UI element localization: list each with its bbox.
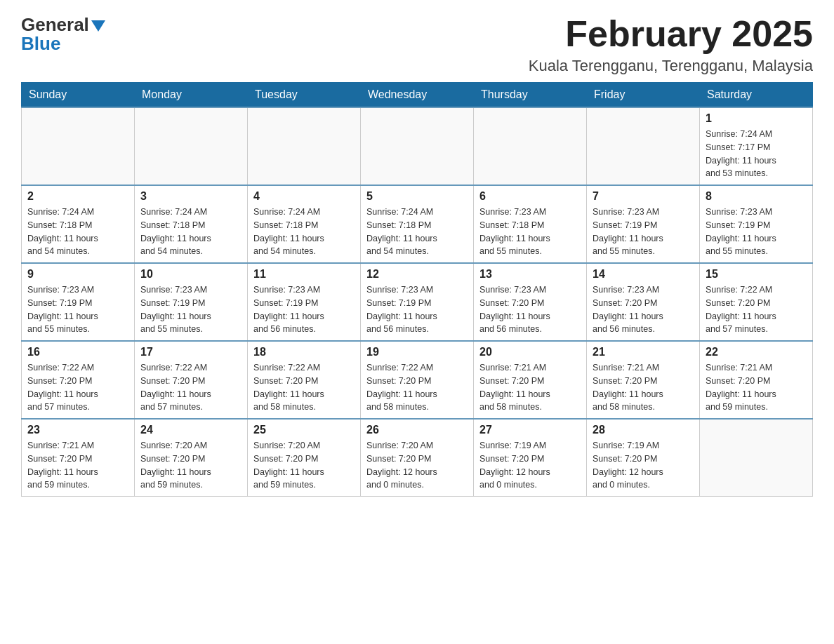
calendar-cell <box>248 107 361 185</box>
day-info: Sunrise: 7:24 AMSunset: 7:18 PMDaylight:… <box>27 206 128 258</box>
calendar-cell: 19Sunrise: 7:22 AMSunset: 7:20 PMDayligh… <box>361 341 474 419</box>
calendar-cell: 3Sunrise: 7:24 AMSunset: 7:18 PMDaylight… <box>135 185 248 263</box>
day-number: 14 <box>593 268 694 281</box>
day-info: Sunrise: 7:21 AMSunset: 7:20 PMDaylight:… <box>27 439 128 492</box>
day-number: 18 <box>253 346 355 358</box>
calendar-cell: 6Sunrise: 7:23 AMSunset: 7:18 PMDaylight… <box>474 185 587 263</box>
day-info: Sunrise: 7:21 AMSunset: 7:20 PMDaylight:… <box>706 361 807 414</box>
calendar-cell: 26Sunrise: 7:20 AMSunset: 7:20 PMDayligh… <box>361 419 474 497</box>
weekday-header-wednesday: Wednesday <box>361 83 474 108</box>
calendar-cell <box>22 107 135 185</box>
calendar-week-1: 1Sunrise: 7:24 AMSunset: 7:17 PMDaylight… <box>22 107 813 185</box>
day-info: Sunrise: 7:23 AMSunset: 7:20 PMDaylight:… <box>593 283 694 336</box>
day-number: 16 <box>27 346 128 358</box>
day-number: 8 <box>706 190 807 203</box>
day-number: 27 <box>479 424 581 436</box>
day-number: 23 <box>27 424 128 436</box>
logo-blue-text: Blue <box>21 33 60 55</box>
day-number: 2 <box>27 190 128 203</box>
day-info: Sunrise: 7:23 AMSunset: 7:19 PMDaylight:… <box>706 206 807 258</box>
day-info: Sunrise: 7:20 AMSunset: 7:20 PMDaylight:… <box>140 439 241 492</box>
calendar-cell: 15Sunrise: 7:22 AMSunset: 7:20 PMDayligh… <box>700 263 813 341</box>
day-info: Sunrise: 7:22 AMSunset: 7:20 PMDaylight:… <box>140 361 241 414</box>
day-info: Sunrise: 7:23 AMSunset: 7:19 PMDaylight:… <box>253 283 355 336</box>
calendar-cell: 11Sunrise: 7:23 AMSunset: 7:19 PMDayligh… <box>248 263 361 341</box>
calendar-week-2: 2Sunrise: 7:24 AMSunset: 7:18 PMDaylight… <box>22 185 813 263</box>
day-number: 7 <box>593 190 694 203</box>
day-number: 22 <box>706 346 807 358</box>
calendar-week-4: 16Sunrise: 7:22 AMSunset: 7:20 PMDayligh… <box>22 341 813 419</box>
calendar-week-5: 23Sunrise: 7:21 AMSunset: 7:20 PMDayligh… <box>22 419 813 497</box>
day-number: 12 <box>366 268 468 281</box>
day-number: 9 <box>27 268 128 281</box>
calendar-cell: 2Sunrise: 7:24 AMSunset: 7:18 PMDaylight… <box>22 185 135 263</box>
weekday-header-friday: Friday <box>587 83 700 108</box>
day-info: Sunrise: 7:22 AMSunset: 7:20 PMDaylight:… <box>366 361 468 414</box>
calendar-cell <box>700 419 813 497</box>
day-info: Sunrise: 7:23 AMSunset: 7:19 PMDaylight:… <box>366 283 468 336</box>
day-number: 20 <box>479 346 581 358</box>
calendar-cell: 21Sunrise: 7:21 AMSunset: 7:20 PMDayligh… <box>587 341 700 419</box>
day-number: 25 <box>253 424 355 436</box>
day-number: 24 <box>140 424 241 436</box>
day-number: 1 <box>706 112 807 125</box>
calendar-table: SundayMondayTuesdayWednesdayThursdayFrid… <box>21 82 813 497</box>
weekday-header-saturday: Saturday <box>700 83 813 108</box>
calendar-cell <box>361 107 474 185</box>
calendar-cell: 18Sunrise: 7:22 AMSunset: 7:20 PMDayligh… <box>248 341 361 419</box>
day-info: Sunrise: 7:23 AMSunset: 7:19 PMDaylight:… <box>593 206 694 258</box>
day-info: Sunrise: 7:24 AMSunset: 7:17 PMDaylight:… <box>706 128 807 180</box>
calendar-cell <box>474 107 587 185</box>
month-title: February 2025 <box>529 14 813 54</box>
day-number: 26 <box>366 424 468 436</box>
calendar-cell: 8Sunrise: 7:23 AMSunset: 7:19 PMDaylight… <box>700 185 813 263</box>
day-info: Sunrise: 7:20 AMSunset: 7:20 PMDaylight:… <box>366 439 468 492</box>
day-info: Sunrise: 7:24 AMSunset: 7:18 PMDaylight:… <box>253 206 355 258</box>
day-info: Sunrise: 7:19 AMSunset: 7:20 PMDaylight:… <box>593 439 694 492</box>
day-info: Sunrise: 7:21 AMSunset: 7:20 PMDaylight:… <box>593 361 694 414</box>
calendar-cell <box>135 107 248 185</box>
page-header: General Blue February 2025 Kuala Terengg… <box>21 14 813 75</box>
calendar-cell: 20Sunrise: 7:21 AMSunset: 7:20 PMDayligh… <box>474 341 587 419</box>
day-info: Sunrise: 7:22 AMSunset: 7:20 PMDaylight:… <box>706 283 807 336</box>
day-number: 15 <box>706 268 807 281</box>
day-number: 5 <box>366 190 468 203</box>
logo: General Blue <box>21 14 105 55</box>
weekday-header-tuesday: Tuesday <box>248 83 361 108</box>
day-number: 3 <box>140 190 241 203</box>
calendar-cell: 23Sunrise: 7:21 AMSunset: 7:20 PMDayligh… <box>22 419 135 497</box>
day-info: Sunrise: 7:23 AMSunset: 7:19 PMDaylight:… <box>140 283 241 336</box>
day-info: Sunrise: 7:23 AMSunset: 7:19 PMDaylight:… <box>27 283 128 336</box>
day-number: 28 <box>593 424 694 436</box>
day-number: 11 <box>253 268 355 281</box>
weekday-header-sunday: Sunday <box>22 83 135 108</box>
calendar-cell: 28Sunrise: 7:19 AMSunset: 7:20 PMDayligh… <box>587 419 700 497</box>
day-number: 10 <box>140 268 241 281</box>
calendar-cell: 12Sunrise: 7:23 AMSunset: 7:19 PMDayligh… <box>361 263 474 341</box>
day-number: 13 <box>479 268 581 281</box>
title-block: February 2025 Kuala Terengganu, Terengga… <box>529 14 813 75</box>
day-info: Sunrise: 7:22 AMSunset: 7:20 PMDaylight:… <box>27 361 128 414</box>
weekday-header-monday: Monday <box>135 83 248 108</box>
calendar-cell <box>587 107 700 185</box>
calendar-cell: 1Sunrise: 7:24 AMSunset: 7:17 PMDaylight… <box>700 107 813 185</box>
calendar-cell: 24Sunrise: 7:20 AMSunset: 7:20 PMDayligh… <box>135 419 248 497</box>
calendar-cell: 17Sunrise: 7:22 AMSunset: 7:20 PMDayligh… <box>135 341 248 419</box>
day-info: Sunrise: 7:24 AMSunset: 7:18 PMDaylight:… <box>140 206 241 258</box>
calendar-cell: 4Sunrise: 7:24 AMSunset: 7:18 PMDaylight… <box>248 185 361 263</box>
day-info: Sunrise: 7:22 AMSunset: 7:20 PMDaylight:… <box>253 361 355 414</box>
day-info: Sunrise: 7:23 AMSunset: 7:18 PMDaylight:… <box>479 206 581 258</box>
calendar-cell: 27Sunrise: 7:19 AMSunset: 7:20 PMDayligh… <box>474 419 587 497</box>
calendar-cell: 5Sunrise: 7:24 AMSunset: 7:18 PMDaylight… <box>361 185 474 263</box>
logo-arrow-icon <box>91 20 105 32</box>
day-number: 17 <box>140 346 241 358</box>
day-info: Sunrise: 7:20 AMSunset: 7:20 PMDaylight:… <box>253 439 355 492</box>
calendar-week-3: 9Sunrise: 7:23 AMSunset: 7:19 PMDaylight… <box>22 263 813 341</box>
calendar-cell: 10Sunrise: 7:23 AMSunset: 7:19 PMDayligh… <box>135 263 248 341</box>
location-title: Kuala Terengganu, Terengganu, Malaysia <box>529 57 813 75</box>
calendar-cell: 25Sunrise: 7:20 AMSunset: 7:20 PMDayligh… <box>248 419 361 497</box>
calendar-cell: 9Sunrise: 7:23 AMSunset: 7:19 PMDaylight… <box>22 263 135 341</box>
day-info: Sunrise: 7:21 AMSunset: 7:20 PMDaylight:… <box>479 361 581 414</box>
calendar-cell: 13Sunrise: 7:23 AMSunset: 7:20 PMDayligh… <box>474 263 587 341</box>
day-info: Sunrise: 7:23 AMSunset: 7:20 PMDaylight:… <box>479 283 581 336</box>
